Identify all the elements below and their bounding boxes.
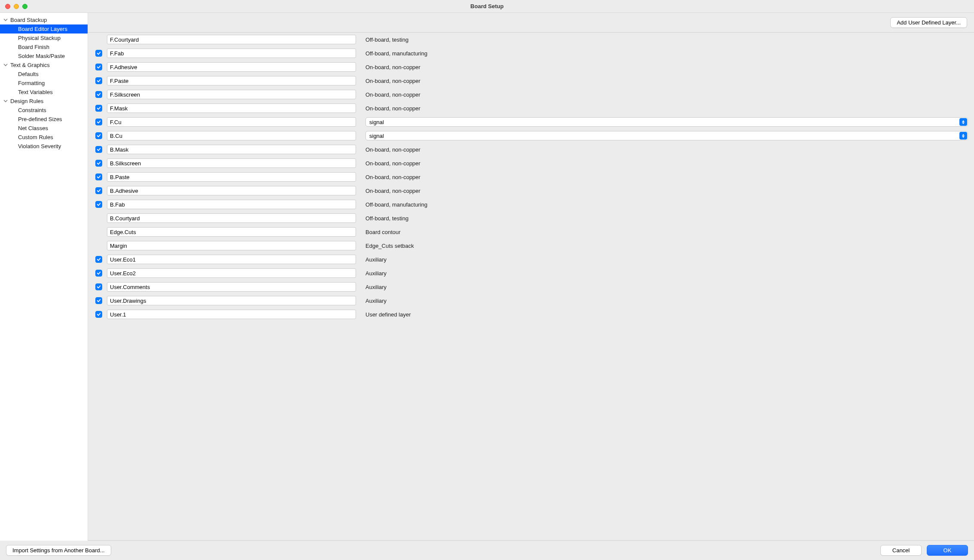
layer-name-input[interactable]	[107, 117, 356, 127]
layer-name-input[interactable]	[107, 103, 356, 113]
chevron-down-icon	[3, 62, 9, 68]
sidebar-item[interactable]: Board Finish	[0, 43, 88, 52]
layer-name-input[interactable]	[107, 296, 356, 305]
layer-row: On-board, non-copper	[88, 184, 974, 198]
layer-name-input[interactable]	[107, 282, 356, 292]
layer-enable-checkbox[interactable]	[95, 270, 102, 277]
layer-row: Auxiliary	[88, 266, 974, 280]
layer-name-input[interactable]	[107, 200, 356, 209]
layer-row: Auxiliary	[88, 280, 974, 294]
maximize-icon[interactable]	[22, 4, 27, 9]
tree-group-header[interactable]: Design Rules	[0, 97, 88, 106]
footer: Import Settings from Another Board... Ca…	[0, 541, 974, 560]
add-user-defined-layer-button[interactable]: Add User Defined Layer...	[890, 17, 967, 28]
layer-description: Board contour	[359, 229, 968, 235]
layer-row: signal	[88, 115, 974, 129]
layer-name-input[interactable]	[107, 310, 356, 319]
layer-enable-checkbox[interactable]	[95, 77, 102, 84]
layer-enable-checkbox[interactable]	[95, 160, 102, 167]
layer-description: Off-board, testing	[359, 37, 968, 43]
layer-enable-checkbox[interactable]	[95, 283, 102, 290]
sidebar-item[interactable]: Custom Rules	[0, 133, 88, 142]
layer-name-input[interactable]	[107, 49, 356, 58]
cancel-button[interactable]: Cancel	[880, 545, 922, 556]
sidebar-item[interactable]: Formatting	[0, 79, 88, 88]
layer-row: Edge_Cuts setback	[88, 239, 974, 253]
window-title: Board Setup	[0, 3, 974, 9]
layer-enable-checkbox[interactable]	[95, 173, 102, 180]
layer-enable-checkbox[interactable]	[95, 297, 102, 304]
layer-description: Auxiliary	[359, 284, 968, 290]
sidebar-item[interactable]: Pre-defined Sizes	[0, 115, 88, 124]
layer-enable-checkbox[interactable]	[95, 187, 102, 194]
tree-group-header[interactable]: Board Stackup	[0, 15, 88, 24]
layer-enable-checkbox[interactable]	[95, 311, 102, 318]
traffic-lights	[5, 4, 27, 9]
layer-name-input[interactable]	[107, 241, 356, 250]
layer-name-input[interactable]	[107, 62, 356, 72]
layer-row: Off-board, manufacturing	[88, 198, 974, 211]
layer-enable-checkbox[interactable]	[95, 91, 102, 98]
titlebar: Board Setup	[0, 0, 974, 13]
layer-description: On-board, non-copper	[359, 160, 968, 167]
layer-description: On-board, non-copper	[359, 174, 968, 180]
layer-row: User defined layer	[88, 307, 974, 321]
layer-enable-checkbox[interactable]	[95, 50, 102, 57]
layer-description: User defined layer	[359, 311, 968, 318]
layer-name-input[interactable]	[107, 227, 356, 237]
layer-name-input[interactable]	[107, 268, 356, 278]
layer-name-input[interactable]	[107, 172, 356, 182]
layer-row: On-board, non-copper	[88, 101, 974, 115]
sidebar-item[interactable]: Violation Severity	[0, 142, 88, 151]
layer-description: Edge_Cuts setback	[359, 243, 968, 249]
main-pane: Add User Defined Layer... Off-board, tes…	[88, 13, 974, 541]
layer-name-input[interactable]	[107, 186, 356, 195]
layer-description: On-board, non-copper	[359, 64, 968, 70]
pane-header: Add User Defined Layer...	[88, 13, 974, 32]
sidebar-item[interactable]: Physical Stackup	[0, 33, 88, 43]
sidebar-item[interactable]: Net Classes	[0, 124, 88, 133]
layer-enable-checkbox[interactable]	[95, 105, 102, 112]
ok-button[interactable]: OK	[927, 545, 968, 556]
layer-description: Off-board, manufacturing	[359, 201, 968, 208]
layer-name-input[interactable]	[107, 145, 356, 154]
layer-name-input[interactable]	[107, 213, 356, 223]
layer-description: On-board, non-copper	[359, 91, 968, 98]
layer-name-input[interactable]	[107, 158, 356, 168]
layer-enable-checkbox[interactable]	[95, 119, 102, 125]
layer-row: On-board, non-copper	[88, 88, 974, 101]
layer-row: Off-board, manufacturing	[88, 46, 974, 60]
chevron-down-icon	[3, 17, 9, 23]
close-icon[interactable]	[5, 4, 10, 9]
layer-description: Off-board, manufacturing	[359, 50, 968, 57]
layer-name-input[interactable]	[107, 90, 356, 99]
layer-description: On-board, non-copper	[359, 78, 968, 84]
layer-row: On-board, non-copper	[88, 156, 974, 170]
layer-name-input[interactable]	[107, 131, 356, 140]
layer-enable-checkbox[interactable]	[95, 64, 102, 70]
sidebar-item[interactable]: Solder Mask/Paste	[0, 52, 88, 61]
tree-group-label: Text & Graphics	[10, 62, 50, 68]
minimize-icon[interactable]	[14, 4, 19, 9]
sidebar-item[interactable]: Defaults	[0, 70, 88, 79]
layer-enable-checkbox[interactable]	[95, 146, 102, 153]
layer-type-select[interactable]: signal	[365, 117, 968, 127]
sidebar-item[interactable]: Text Variables	[0, 88, 88, 97]
sidebar-item[interactable]: Board Editor Layers	[0, 24, 88, 33]
import-settings-button[interactable]: Import Settings from Another Board...	[6, 545, 111, 556]
layer-enable-checkbox[interactable]	[95, 132, 102, 139]
layer-row: Off-board, testing	[88, 33, 974, 46]
layer-name-input[interactable]	[107, 76, 356, 85]
layer-table: Off-board, testingOff-board, manufacturi…	[88, 32, 974, 541]
layer-enable-checkbox[interactable]	[95, 201, 102, 208]
sidebar-item[interactable]: Constraints	[0, 106, 88, 115]
layer-type-select[interactable]: signal	[365, 131, 968, 140]
layer-name-input[interactable]	[107, 255, 356, 264]
layer-row: On-board, non-copper	[88, 170, 974, 184]
layer-name-input[interactable]	[107, 35, 356, 44]
tree-group-header[interactable]: Text & Graphics	[0, 61, 88, 70]
tree-group-label: Design Rules	[10, 98, 43, 104]
layer-enable-checkbox[interactable]	[95, 256, 102, 263]
layer-row: Board contour	[88, 225, 974, 239]
layer-description: On-board, non-copper	[359, 188, 968, 194]
